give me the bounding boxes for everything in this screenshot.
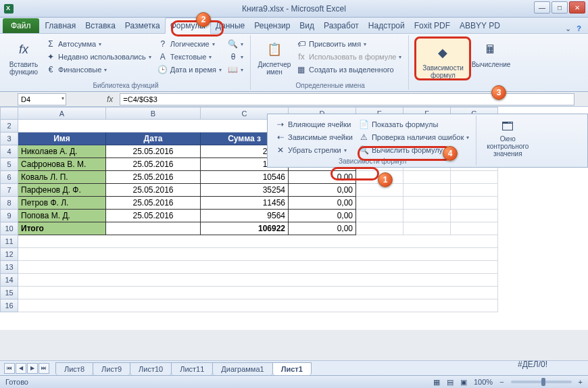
ribbon-minimize-icon[interactable]: ⌄ <box>565 24 571 33</box>
row-header[interactable]: 14 <box>1 274 18 287</box>
cell[interactable]: 25.05.2016 <box>106 184 201 197</box>
header-name[interactable]: Имя <box>18 132 106 145</box>
cell[interactable]: 25.05.2016 <box>106 145 201 158</box>
row-header[interactable]: 15 <box>1 287 18 299</box>
cell[interactable]: 11456 <box>201 197 289 210</box>
fx-label-icon[interactable]: fx <box>107 95 113 104</box>
recent-functions-button[interactable]: ✦Недавно использовались <box>43 51 154 63</box>
row-header[interactable]: 4 <box>1 145 18 158</box>
view-normal-icon[interactable]: ▦ <box>433 378 440 387</box>
math-button[interactable]: θ <box>226 51 246 63</box>
insert-function-button[interactable]: fx Вставить функцию <box>5 37 42 80</box>
financial-button[interactable]: €Финансовые <box>43 64 154 76</box>
sheet-tab-active[interactable]: Лист1 <box>272 362 312 375</box>
row-header[interactable]: 9 <box>1 210 18 222</box>
trace-precedents-button[interactable]: ⇢Влияющие ячейки <box>273 118 356 130</box>
tab-foxit[interactable]: Foxit PDF <box>410 18 455 33</box>
text-functions-button[interactable]: AТекстовые <box>155 51 224 63</box>
tab-addins[interactable]: Надстрой <box>364 18 410 33</box>
row-header[interactable]: 12 <box>1 248 18 261</box>
logical-button[interactable]: ?Логические <box>155 38 224 50</box>
minimize-button[interactable]: — <box>534 1 550 14</box>
sheet-tab[interactable]: Лист9 <box>93 362 130 375</box>
cell[interactable]: 9564 <box>201 210 289 222</box>
row-header[interactable]: 7 <box>1 184 18 197</box>
datetime-button[interactable]: 🕒Дата и время <box>155 64 224 76</box>
sheet-tab[interactable]: Диаграмма1 <box>212 362 272 375</box>
col-header-a[interactable]: A <box>18 107 106 120</box>
calculation-button[interactable]: 🖩 Вычисление <box>472 37 509 80</box>
cell[interactable]: 10546 <box>201 171 289 184</box>
tab-layout[interactable]: Разметка <box>120 18 165 33</box>
cell[interactable]: 35254 <box>201 184 289 197</box>
cell[interactable]: 25.05.2016 <box>106 158 201 171</box>
tab-home[interactable]: Главная <box>41 18 81 33</box>
tab-view[interactable]: Вид <box>295 18 319 33</box>
row-header[interactable]: 16 <box>1 299 18 312</box>
view-pagebreak-icon[interactable]: ▣ <box>460 378 467 387</box>
col-header-b[interactable]: B <box>106 107 201 120</box>
cell[interactable] <box>106 222 201 235</box>
view-layout-icon[interactable]: ▤ <box>447 378 454 387</box>
tab-developer[interactable]: Разработ <box>319 18 364 33</box>
cell[interactable]: Коваль Л. П. <box>18 171 106 184</box>
remove-arrows-button[interactable]: ✕Убрать стрелки <box>273 144 356 156</box>
formula-auditing-button[interactable]: ◆ Зависимости формул <box>418 40 468 82</box>
cell[interactable]: 106922 <box>201 222 289 235</box>
row-header[interactable]: 11 <box>1 235 18 248</box>
cell[interactable]: Сафронова В. М. <box>18 158 106 171</box>
file-tab[interactable]: Файл <box>3 18 39 33</box>
use-in-formula-button[interactable]: fxИспользовать в формуле <box>294 51 405 63</box>
row-header[interactable]: 5 <box>1 158 18 171</box>
error-checking-button[interactable]: ⚠Проверка наличия ошибок <box>357 131 472 143</box>
row-header[interactable]: 6 <box>1 171 18 184</box>
cell[interactable]: Николаев А. Д. <box>18 145 106 158</box>
row-header[interactable]: 13 <box>1 261 18 274</box>
other-functions-button[interactable]: 📖 <box>226 64 246 76</box>
cell[interactable]: 0,00 <box>289 171 356 184</box>
row-header[interactable]: 8 <box>1 197 18 210</box>
zoom-level[interactable]: 100% <box>474 378 493 386</box>
zoom-slider[interactable] <box>511 381 572 383</box>
tab-data[interactable]: Данные <box>211 18 249 33</box>
zoom-in-button[interactable]: + <box>579 378 583 386</box>
row-header[interactable]: 3 <box>1 132 18 145</box>
cell[interactable]: Парфенов Д. Ф. <box>18 184 106 197</box>
show-formulas-button[interactable]: 📄Показать формулы <box>357 118 472 130</box>
cell[interactable]: 0,00 <box>289 197 356 210</box>
tab-insert[interactable]: Вставка <box>80 18 120 33</box>
autosum-button[interactable]: ΣАвтосумма <box>43 38 154 50</box>
sheet-nav-next[interactable]: ▶ <box>27 363 38 374</box>
cell[interactable]: Петров Ф. Л. <box>18 197 106 210</box>
tab-review[interactable]: Рецензир <box>249 18 295 33</box>
maximize-button[interactable]: □ <box>552 1 568 14</box>
row-header[interactable]: 10 <box>1 222 18 235</box>
trace-dependents-button[interactable]: ⇠Зависимые ячейки <box>273 131 356 143</box>
sheet-nav-last[interactable]: ⏭ <box>39 363 49 374</box>
more-functions-button[interactable]: 🔍 <box>226 38 246 50</box>
row-header[interactable]: 2 <box>1 120 18 132</box>
define-name-button[interactable]: 🏷Присвоить имя <box>294 38 405 50</box>
tab-abbyy[interactable]: ABBYY PD <box>455 18 505 33</box>
formula-input[interactable]: =C4/$G$3 <box>120 93 574 105</box>
select-all-corner[interactable] <box>1 107 18 120</box>
zoom-out-button[interactable]: − <box>499 378 504 386</box>
watch-window-button[interactable]: 🗔 Окно контрольного значения <box>481 117 535 156</box>
cell[interactable]: 0,00 <box>289 184 356 197</box>
sheet-tab[interactable]: Лист8 <box>55 362 93 375</box>
cell[interactable]: 25.05.2016 <box>106 197 201 210</box>
cell[interactable]: 25.05.2016 <box>106 210 201 222</box>
cell[interactable]: Попова М. Д. <box>18 210 106 222</box>
sheet-nav-prev[interactable]: ◀ <box>16 363 26 374</box>
sheet-nav-first[interactable]: ⏮ <box>4 363 15 374</box>
cell-total[interactable]: Итого <box>18 222 106 235</box>
cell[interactable]: 25.05.2016 <box>106 171 201 184</box>
header-date[interactable]: Дата <box>106 132 201 145</box>
name-manager-button[interactable]: 📋 Диспетчер имен <box>256 37 293 80</box>
close-button[interactable]: ✕ <box>569 1 585 14</box>
create-from-selection-button[interactable]: ▦Создать из выделенного <box>294 64 405 76</box>
cell[interactable]: 0,00 <box>289 222 356 235</box>
sheet-tab[interactable]: Лист11 <box>171 362 213 375</box>
cell[interactable]: 0,00 <box>289 210 356 222</box>
help-icon[interactable]: ? <box>577 24 581 33</box>
